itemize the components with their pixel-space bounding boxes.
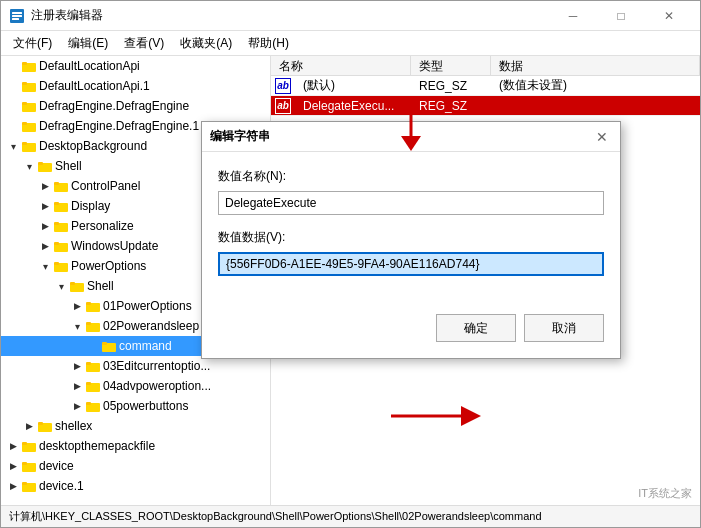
tree-label: Personalize <box>71 219 134 233</box>
dialog-title-bar: 编辑字符串 ✕ <box>202 122 620 152</box>
tree-label: desktopthemepackfile <box>39 439 155 453</box>
folder-icon <box>21 438 37 454</box>
dialog-data-label: 数值数据(V): <box>218 229 604 246</box>
svg-rect-1 <box>12 12 22 14</box>
title-bar: 注册表编辑器 ─ □ ✕ <box>1 1 700 31</box>
expand-icon: ▶ <box>37 218 53 234</box>
reg-row-default[interactable]: ab (默认) REG_SZ (数值未设置) <box>271 76 700 96</box>
dialog-data-input[interactable] <box>218 252 604 276</box>
folder-icon <box>53 218 69 234</box>
tree-label: 01PowerOptions <box>103 299 192 313</box>
svg-rect-46 <box>22 462 27 465</box>
folder-open-icon <box>69 278 85 294</box>
edit-string-dialog: 编辑字符串 ✕ 数值名称(N): 数值数据(V): 确定 取消 <box>201 121 621 359</box>
folder-icon <box>85 398 101 414</box>
svg-rect-36 <box>86 362 91 365</box>
svg-rect-10 <box>22 102 27 105</box>
tree-item-device[interactable]: ▶ device <box>1 456 270 476</box>
svg-rect-28 <box>70 282 75 285</box>
expand-icon: ▶ <box>69 398 85 414</box>
svg-rect-26 <box>54 262 59 265</box>
folder-icon <box>85 298 101 314</box>
expand-icon: ▶ <box>69 378 85 394</box>
window-title: 注册表编辑器 <box>31 7 103 24</box>
folder-icon <box>37 418 53 434</box>
svg-rect-16 <box>38 162 43 165</box>
folder-icon <box>85 378 101 394</box>
reg-cell-data: (数值未设置) <box>491 77 575 94</box>
expand-icon <box>5 78 21 94</box>
tree-item-defragengine[interactable]: DefragEngine.DefragEngine <box>1 96 270 116</box>
expand-icon <box>5 98 21 114</box>
close-button[interactable]: ✕ <box>646 2 692 30</box>
svg-rect-42 <box>38 422 43 425</box>
folder-open-icon <box>53 258 69 274</box>
tree-item-defaultlocationapi1[interactable]: DefaultLocationApi.1 <box>1 76 270 96</box>
menu-help[interactable]: 帮助(H) <box>240 32 297 55</box>
menu-view[interactable]: 查看(V) <box>116 32 172 55</box>
svg-rect-40 <box>86 402 91 405</box>
registry-editor-icon <box>9 8 25 24</box>
dialog-close-button[interactable]: ✕ <box>592 127 612 147</box>
dialog-cancel-button[interactable]: 取消 <box>524 314 604 342</box>
expand-icon: ▶ <box>37 238 53 254</box>
expand-icon <box>5 118 21 134</box>
right-header: 名称 类型 数据 <box>271 56 700 76</box>
reg-icon-ab2: ab <box>275 98 291 114</box>
dialog-name-label: 数值名称(N): <box>218 168 604 185</box>
reg-cell-name: (默认) <box>295 77 343 94</box>
tree-item-defaultlocationapi[interactable]: DefaultLocationApi <box>1 56 270 76</box>
minimize-button[interactable]: ─ <box>550 2 596 30</box>
dialog-ok-button[interactable]: 确定 <box>436 314 516 342</box>
tree-item-device1[interactable]: ▶ device.1 <box>1 476 270 496</box>
reg-row-delegate[interactable]: ab DelegateExecu... REG_SZ <box>271 96 700 116</box>
tree-label: command <box>119 339 172 353</box>
folder-icon <box>21 78 37 94</box>
expand-icon: ▶ <box>69 298 85 314</box>
tree-item-03editcurrent[interactable]: ▶ 03Editcurrentoptio... <box>1 356 270 376</box>
folder-open-icon <box>21 138 37 154</box>
menu-file[interactable]: 文件(F) <box>5 32 60 55</box>
tree-label: WindowsUpdate <box>71 239 158 253</box>
svg-rect-34 <box>102 342 107 345</box>
expand-icon <box>5 58 21 74</box>
status-bar: 计算机\HKEY_CLASSES_ROOT\DesktopBackground\… <box>1 505 700 527</box>
title-bar-left: 注册表编辑器 <box>9 7 103 24</box>
tree-label: device.1 <box>39 479 84 493</box>
expand-icon: ▶ <box>5 458 21 474</box>
reg-cell-type: REG_SZ <box>411 79 491 93</box>
tree-item-04advpower[interactable]: ▶ 04advpoweroption... <box>1 376 270 396</box>
expand-icon: ▶ <box>21 418 37 434</box>
expand-icon: ▶ <box>69 358 85 374</box>
tree-item-desktopthemepack[interactable]: ▶ desktopthemepackfile <box>1 436 270 456</box>
folder-icon <box>21 58 37 74</box>
tree-item-shellex[interactable]: ▶ shellex <box>1 416 270 436</box>
tree-label: Shell <box>55 159 82 173</box>
folder-icon <box>21 478 37 494</box>
svg-rect-3 <box>12 18 19 20</box>
reg-cell-type: REG_SZ <box>411 99 491 113</box>
dialog-name-input[interactable] <box>218 191 604 215</box>
folder-icon <box>53 238 69 254</box>
folder-open-icon <box>37 158 53 174</box>
tree-label: 02Powerandsleep <box>103 319 199 333</box>
dialog-body: 数值名称(N): 数值数据(V): <box>202 152 620 306</box>
tree-label: DefaultLocationApi <box>39 59 140 73</box>
tree-item-05powerbuttons[interactable]: ▶ 05powerbuttons <box>1 396 270 416</box>
reg-icon-ab: ab <box>275 78 291 94</box>
expand-icon: ▾ <box>21 158 37 174</box>
main-window: 注册表编辑器 ─ □ ✕ 文件(F) 编辑(E) 查看(V) 收藏夹(A) 帮助… <box>0 0 701 528</box>
svg-rect-18 <box>54 182 59 185</box>
dialog-title-text: 编辑字符串 <box>210 128 270 145</box>
menu-favorites[interactable]: 收藏夹(A) <box>172 32 240 55</box>
tree-label: device <box>39 459 74 473</box>
svg-rect-44 <box>22 442 27 445</box>
svg-rect-48 <box>22 482 27 485</box>
expand-icon <box>85 338 101 354</box>
maximize-button[interactable]: □ <box>598 2 644 30</box>
svg-rect-2 <box>12 15 22 17</box>
svg-rect-38 <box>86 382 91 385</box>
col-header-data: 数据 <box>491 56 700 75</box>
menu-edit[interactable]: 编辑(E) <box>60 32 116 55</box>
svg-rect-8 <box>22 82 27 85</box>
